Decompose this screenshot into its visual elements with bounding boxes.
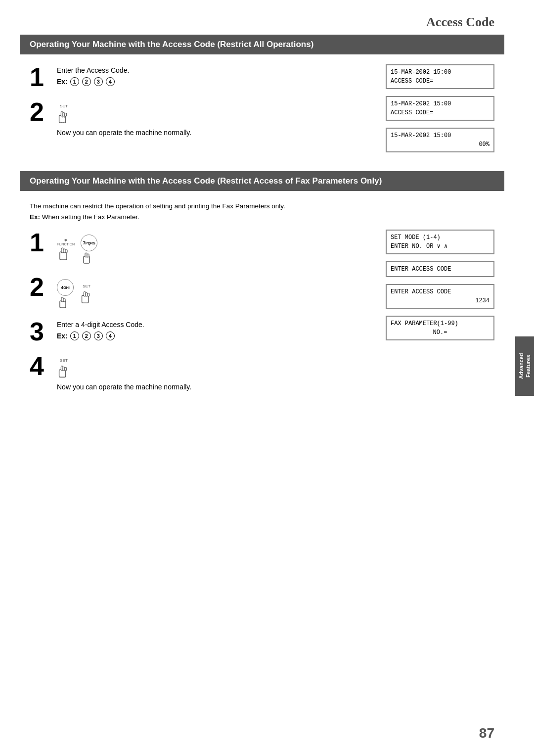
screen-2a-line2: ENTER NO. OR ∨ ∧: [391, 242, 490, 251]
page-title: Access Code: [0, 0, 534, 35]
s2-step-1-content: ✱FUNCTION 7PQRS: [57, 230, 376, 265]
set-button-1: SET: [57, 104, 71, 125]
svg-rect-2: [63, 113, 65, 117]
screen-1b-line2: ACCESS CODE=: [391, 108, 490, 117]
s2-step-1-icons: ✱FUNCTION 7PQRS: [57, 235, 376, 265]
s2-step-4-text: Now you can operate the machine normally…: [57, 383, 376, 391]
step-2-text: Now you can operate the machine normally…: [57, 129, 376, 137]
4ghi-button: 4GHI: [57, 279, 74, 310]
step-2-row: 2 SET: [30, 99, 376, 140]
screen-1c-line1: 15-MAR-2002 15:00: [391, 131, 490, 140]
section2-intro: The machine can restrict the operation o…: [30, 201, 494, 222]
digit-4: 4: [106, 77, 115, 86]
s2-step-3-ex: Ex: 1 2 3 4: [57, 331, 376, 340]
section2-header: Operating Your Machine with the Access C…: [20, 171, 504, 191]
screen-2b: ENTER ACCESS CODE: [386, 261, 494, 277]
digit-3: 3: [94, 77, 103, 86]
section1-screens: 15-MAR-2002 15:00 ACCESS CODE= 15-MAR-20…: [386, 64, 494, 156]
function-button: ✱FUNCTION: [57, 238, 75, 262]
s2-step-2-icons: 4GHI SET: [57, 279, 376, 310]
s2-step-number-3: 3: [30, 319, 57, 344]
step-2-content: SET: [57, 99, 376, 140]
set-hand-icon: [57, 109, 71, 125]
svg-rect-17: [84, 292, 86, 296]
function-hand-icon: [58, 246, 74, 262]
screen-1c: 15-MAR-2002 15:00 00%: [386, 128, 494, 152]
s2-step-1-row: 1 ✱FUNCTION: [30, 230, 376, 265]
s2-step-2-row: 2 4GHI: [30, 274, 376, 310]
intro-line1: The machine can restrict the operation o…: [30, 201, 494, 212]
screen-2a: SET MODE (1-4) ENTER NO. OR ∨ ∧: [386, 230, 494, 254]
ex-label-1: Ex:: [57, 78, 68, 86]
set-hand-icon-3: [57, 363, 71, 379]
screen-1a: 15-MAR-2002 15:00 ACCESS CODE=: [386, 64, 494, 89]
step-1-text: Enter the Access Code.: [57, 66, 376, 74]
s2-step-3-content: Enter a 4-digit Access Code. Ex: 1 2 3 4: [57, 319, 376, 340]
screen-1b: 15-MAR-2002 15:00 ACCESS CODE=: [386, 96, 494, 121]
s2-step-3-row: 3 Enter a 4-digit Access Code. Ex: 1 2 3…: [30, 319, 376, 344]
s2-step-4-content: SET Now you can operate the machine norm…: [57, 353, 376, 394]
svg-rect-22: [63, 367, 65, 371]
screen-1a-line2: ACCESS CODE=: [391, 77, 490, 86]
section2-screens: SET MODE (1-4) ENTER NO. OR ∨ ∧ ENTER AC…: [386, 230, 494, 403]
screen-2c-line1: ENTER ACCESS CODE: [391, 287, 490, 296]
screen-1a-line1: 15-MAR-2002 15:00: [391, 68, 490, 77]
svg-rect-8: [63, 249, 65, 253]
s2-step-3-text: Enter a 4-digit Access Code.: [57, 321, 376, 329]
s2-digit-2: 2: [82, 331, 91, 340]
s2-step-4-icons: SET: [57, 358, 376, 379]
svg-rect-23: [65, 368, 67, 371]
s2-step-number-4: 4: [30, 353, 57, 379]
s2-digit-1: 1: [70, 331, 79, 340]
screen-1b-line1: 15-MAR-2002 15:00: [391, 99, 490, 108]
svg-rect-3: [65, 113, 67, 116]
page-number: 87: [479, 725, 494, 741]
svg-rect-9: [65, 249, 67, 253]
7pqrs-hand-icon: [82, 251, 96, 265]
svg-rect-12: [87, 254, 89, 257]
screen-2c: ENTER ACCESS CODE 1234: [386, 284, 494, 309]
7pqrs-round-btn: 7PQRS: [81, 235, 97, 251]
screen-2b-line1: ENTER ACCESS CODE: [391, 265, 490, 274]
s2-step-number-1: 1: [30, 230, 57, 255]
4ghi-round-btn: 4GHI: [57, 279, 74, 296]
svg-rect-18: [86, 293, 88, 297]
screen-2d: FAX PARAMETER(1-99) NO.=: [386, 316, 494, 340]
4ghi-hand-icon: [58, 296, 72, 310]
section2-content: 1 ✱FUNCTION: [30, 230, 494, 403]
screen-2a-line1: SET MODE (1-4): [391, 233, 490, 242]
s2-step-number-2: 2: [30, 274, 57, 300]
sidebar-tab: Advanced Features: [515, 336, 534, 396]
set-button-3: SET: [57, 358, 71, 379]
screen-2d-line1: FAX PARAMETER(1-99): [391, 319, 490, 328]
7pqrs-button: 7PQRS: [81, 235, 97, 265]
svg-rect-11: [85, 253, 87, 257]
svg-rect-19: [88, 293, 89, 297]
section2-grid: 1 ✱FUNCTION: [30, 230, 494, 403]
step-1-row: 1 Enter the Access Code. Ex: 1 2 3 4: [30, 64, 376, 90]
screen-2d-line2: NO.=: [391, 328, 490, 337]
set-button-2: SET: [80, 284, 93, 305]
section1-header: Operating Your Machine with the Access C…: [20, 35, 504, 54]
s2-step-4-row: 4 SET Now you can ope: [30, 353, 376, 394]
svg-rect-15: [63, 298, 65, 302]
sidebar-line1: Advanced: [518, 353, 524, 379]
svg-rect-6: [60, 252, 67, 260]
set-hand-icon-2: [80, 289, 93, 305]
step-number-1: 1: [30, 64, 57, 90]
step-2-icons: SET: [57, 104, 376, 125]
s2-digit-3: 3: [94, 331, 103, 340]
step-number-2: 2: [30, 99, 57, 125]
s2-digit-4: 4: [106, 331, 115, 340]
step-1-content: Enter the Access Code. Ex: 1 2 3 4: [57, 64, 376, 86]
intro-line2: Ex: When setting the Fax Parameter.: [30, 212, 494, 223]
screen-1c-line2: 00%: [391, 140, 490, 149]
digit-2: 2: [82, 77, 91, 86]
digit-1: 1: [70, 77, 79, 86]
s2-step-2-content: 4GHI SET: [57, 274, 376, 310]
sidebar-line2: Features: [525, 355, 531, 378]
section2-steps: 1 ✱FUNCTION: [30, 230, 376, 403]
ex-label-2: Ex:: [57, 332, 68, 340]
step-1-ex: Ex: 1 2 3 4: [57, 77, 376, 86]
screen-2c-line2: 1234: [391, 296, 490, 305]
